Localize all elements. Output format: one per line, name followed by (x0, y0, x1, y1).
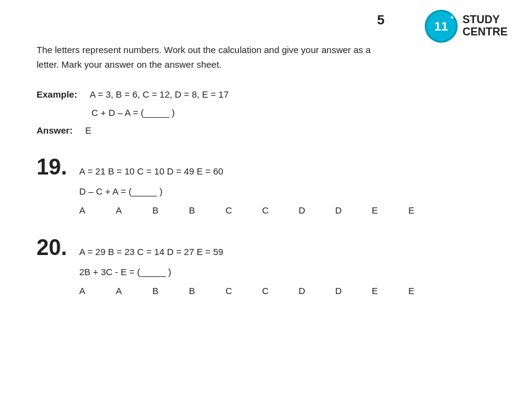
question-1-equation: D – C + A = (_____ ) (79, 186, 495, 196)
example-equation: C + D – A = (_____ ) (91, 107, 495, 118)
question-1-option-9[interactable]: E (408, 205, 445, 215)
question-2-option-3[interactable]: B (189, 286, 225, 296)
question-2-option-4[interactable]: C (225, 286, 262, 296)
question-1-options: AABBCCDDEE (79, 205, 495, 215)
question-2-option-1[interactable]: A (116, 286, 152, 296)
question-2-option-9[interactable]: E (408, 286, 445, 296)
logo: 11 + STUDY CENTRE (425, 10, 508, 43)
example-section: Example: A = 3, B = 6, C = 12, D = 8, E … (37, 89, 495, 136)
question-2-option-0[interactable]: A (79, 286, 116, 296)
logo-line2: CENTRE (463, 26, 508, 38)
example-answer-value: E (85, 125, 91, 135)
question-2-option-5[interactable]: C (262, 286, 299, 296)
logo-plus: + (450, 13, 454, 21)
question-2-number: 20. (37, 235, 67, 261)
question-2-option-8[interactable]: E (372, 286, 408, 296)
logo-text: STUDY CENTRE (463, 14, 508, 38)
question-1-option-4[interactable]: C (225, 205, 262, 215)
logo-circle: 11 + (425, 10, 458, 43)
question-1-option-3[interactable]: B (189, 205, 225, 215)
question-2-header: 20.A = 29 B = 23 C = 14 D = 27 E = 59 (37, 235, 495, 261)
logo-number: 11 (434, 20, 448, 34)
question-2-option-2[interactable]: B (152, 286, 189, 296)
example-label: Example: (37, 89, 77, 99)
question-2-equation: 2B + 3C - E = (_____ ) (79, 267, 495, 277)
question-2-option-7[interactable]: D (335, 286, 372, 296)
example-header: Example: A = 3, B = 6, C = 12, D = 8, E … (37, 89, 495, 100)
question-1-option-8[interactable]: E (372, 205, 408, 215)
question-1: 19.A = 21 B = 10 C = 10 D = 49 E = 60D –… (37, 154, 495, 215)
question-1-option-7[interactable]: D (335, 205, 372, 215)
example-answer-row: Answer: E (37, 125, 495, 136)
question-1-option-0[interactable]: A (79, 205, 116, 215)
question-2: 20.A = 29 B = 23 C = 14 D = 27 E = 592B … (37, 235, 495, 296)
example-values: A = 3, B = 6, C = 12, D = 8, E = 17 (90, 89, 229, 99)
question-1-option-6[interactable]: D (299, 205, 335, 215)
logo-line1: STUDY (463, 14, 508, 26)
question-1-option-2[interactable]: B (152, 205, 189, 215)
question-1-values: A = 21 B = 10 C = 10 D = 49 E = 60 (79, 166, 223, 176)
question-1-header: 19.A = 21 B = 10 C = 10 D = 49 E = 60 (37, 154, 495, 180)
instructions-line1: The letters represent numbers. Work out … (37, 45, 371, 55)
header: 5 11 + STUDY CENTRE (37, 12, 495, 28)
question-2-options: AABBCCDDEE (79, 286, 495, 296)
question-2-values: A = 29 B = 23 C = 14 D = 27 E = 59 (79, 246, 223, 257)
question-1-option-1[interactable]: A (116, 205, 152, 215)
instructions: The letters represent numbers. Work out … (37, 43, 495, 72)
example-answer-label: Answer: (37, 125, 73, 135)
question-1-number: 19. (37, 154, 67, 180)
questions-container: 19.A = 21 B = 10 C = 10 D = 49 E = 60D –… (37, 154, 495, 296)
question-1-option-5[interactable]: C (262, 205, 299, 215)
question-2-option-6[interactable]: D (299, 286, 335, 296)
instructions-line2: letter. Mark your answer on the answer s… (37, 59, 221, 70)
